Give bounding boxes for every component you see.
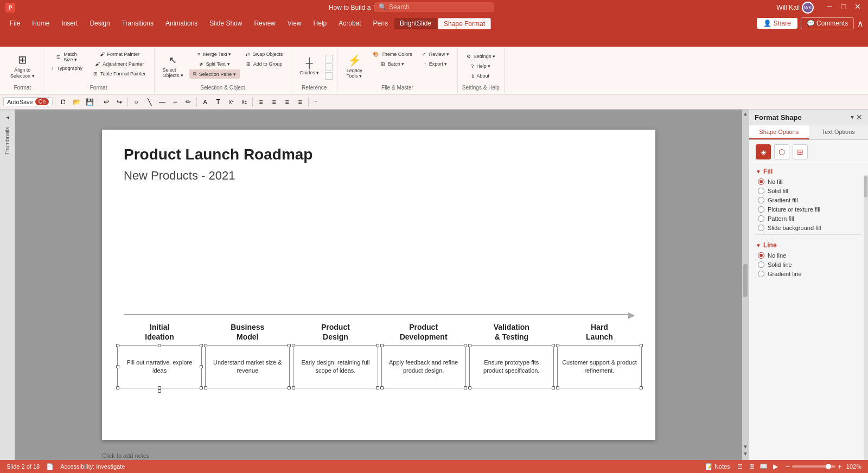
select-objects-button[interactable]: ↖ SelectObjects ▾ <box>159 50 187 82</box>
zoom-out-button[interactable]: − <box>786 462 790 471</box>
menu-view[interactable]: View <box>282 18 307 29</box>
format-panel-dropdown-button[interactable]: ▾ <box>851 113 854 122</box>
batch-button[interactable]: ⊞Batch ▾ <box>369 60 416 68</box>
line-solid-option[interactable]: Solid line <box>758 261 861 268</box>
effects-icon-button[interactable]: ⬡ <box>774 144 789 159</box>
timeline-item-4[interactable]: ProductDevelopment Apply feedback and re… <box>381 322 466 394</box>
format-panel-scrollbar-thumb[interactable] <box>864 176 867 197</box>
ref-checkbox-2[interactable] <box>325 63 333 71</box>
menu-help[interactable]: Help <box>308 18 333 29</box>
fill-icon-button[interactable]: ◈ <box>756 144 771 159</box>
normal-view-button[interactable]: ⊡ <box>735 461 745 472</box>
timeline-item-3[interactable]: ProductDesign Early design, retaining fu… <box>293 322 378 394</box>
adjustment-painter-button[interactable]: 🖌Adjustment Painter <box>90 60 150 68</box>
window-close[interactable]: ✕ <box>853 2 863 11</box>
autosave-toggle[interactable]: On <box>35 98 49 105</box>
format-painter-button[interactable]: 🖌Format Painter <box>90 50 150 59</box>
menu-animations[interactable]: Animations <box>160 18 203 29</box>
menu-home[interactable]: Home <box>27 18 55 29</box>
menu-pens[interactable]: Pens <box>368 18 393 29</box>
align-center-button[interactable]: ≡ <box>268 96 280 108</box>
menu-file[interactable]: File <box>4 18 25 29</box>
menu-shape-format[interactable]: Shape Format <box>438 18 491 29</box>
window-restore[interactable]: □ <box>839 2 848 11</box>
vscroll-thumb[interactable] <box>743 264 748 297</box>
fill-section-header[interactable]: ▼ Fill <box>756 168 861 175</box>
menu-insert[interactable]: Insert <box>56 18 83 29</box>
about-button[interactable]: ℹAbout <box>463 72 499 80</box>
legacy-tools-button[interactable]: ⚡ LegacyTools ▾ <box>342 50 367 82</box>
zoom-in-button[interactable]: + <box>838 462 842 471</box>
fill-pattern-option[interactable]: Pattern fill <box>758 215 861 222</box>
scroll-down-btn2[interactable]: ▼ <box>743 451 748 457</box>
export-button[interactable]: ↑Export ▾ <box>418 60 453 68</box>
add-to-group-button[interactable]: ⊞Add to Group <box>242 60 287 68</box>
open-button[interactable]: 📂 <box>71 96 82 108</box>
align-left-button[interactable]: ≡ <box>255 96 267 108</box>
timeline-item-1[interactable]: InitialIdeation Fill out narrative, expl… <box>117 322 202 394</box>
superscript-button[interactable]: x² <box>225 96 237 108</box>
slide-sorter-button[interactable]: ⊞ <box>746 461 757 472</box>
tab-text-options[interactable]: Text Options <box>809 125 869 139</box>
undo-button[interactable]: ↩ <box>100 96 112 108</box>
new-button[interactable]: 🗋 <box>58 96 69 108</box>
settings-button[interactable]: ⚙Settings ▾ <box>463 52 499 61</box>
line-no-line-option[interactable]: No line <box>758 252 861 259</box>
shapes-button[interactable]: ○ <box>130 96 142 108</box>
click-to-add-notes[interactable]: Click to add notes <box>102 452 149 459</box>
comments-button[interactable]: 💬 Comments <box>801 17 854 29</box>
fill-picture-texture-option[interactable]: Picture or texture fill <box>758 206 861 213</box>
menu-slideshow[interactable]: Slide Show <box>204 18 247 29</box>
arrow-button[interactable]: ╲ <box>143 96 155 108</box>
fill-no-fill-option[interactable]: No fill <box>758 178 861 185</box>
ref-checkbox-3[interactable] <box>325 72 333 80</box>
typography-button[interactable]: TTypography <box>48 64 87 73</box>
subscript-button[interactable]: x₂ <box>238 96 250 108</box>
menu-acrobat[interactable]: Acrobat <box>333 18 366 29</box>
menu-design[interactable]: Design <box>84 18 115 29</box>
swap-objects-button[interactable]: ⇄Swap Objects <box>242 50 287 59</box>
timeline-item-2[interactable]: BusinessModel Understand market size & r… <box>205 322 290 394</box>
font-button[interactable]: T <box>212 96 224 108</box>
scroll-down-btn1[interactable]: ▼ <box>743 444 748 450</box>
justify-button[interactable]: ≡ <box>294 96 306 108</box>
save-button[interactable]: 💾 <box>84 96 95 108</box>
match-size-button[interactable]: ⊡MatchSize ▾ <box>48 50 87 64</box>
format-panel-scrollbar[interactable] <box>864 175 868 460</box>
split-text-button[interactable]: ≢Split Text ▾ <box>189 60 240 68</box>
align-to-selection-button[interactable]: ⊞ Align toSelection ▾ <box>7 50 39 82</box>
fill-gradient-option[interactable]: Gradient fill <box>758 197 861 203</box>
freeform-button[interactable]: ✏ <box>182 96 194 108</box>
theme-colors-button[interactable]: 🎨Theme Colors <box>369 50 416 59</box>
tab-shape-options[interactable]: Shape Options <box>749 125 809 139</box>
help-button[interactable]: ?Help ▾ <box>463 62 499 71</box>
timeline-item-5[interactable]: Validation& Testing Ensure prototype fit… <box>469 322 554 394</box>
selection-pane-button[interactable]: ⧉Selection Pane ▾ <box>189 69 240 79</box>
timeline-item-6[interactable]: HardLaunch Customer support & product re… <box>557 322 642 394</box>
guides-button[interactable]: ┼ Guides ▾ <box>296 53 323 80</box>
slide-vscroll[interactable]: ▲ ▼ ▼ <box>742 110 749 460</box>
fill-slide-bg-option[interactable]: Slide background fill <box>758 225 861 231</box>
search-bar[interactable]: 🔍 <box>374 2 494 12</box>
menu-review[interactable]: Review <box>248 18 280 29</box>
scroll-up-button[interactable]: ▲ <box>743 111 748 117</box>
format-panel-close-button[interactable]: ✕ <box>856 113 863 122</box>
line-button[interactable]: — <box>156 96 168 108</box>
zoom-slider[interactable] <box>792 465 835 468</box>
size-properties-icon-button[interactable]: ⊞ <box>793 144 808 159</box>
menu-transitions[interactable]: Transitions <box>117 18 159 29</box>
line-gradient-option[interactable]: Gradient line <box>758 271 861 277</box>
notes-button[interactable]: 📝 Notes <box>705 463 730 470</box>
review-button[interactable]: ✓Review ▾ <box>418 50 453 59</box>
share-button[interactable]: 👤 Share <box>757 18 797 29</box>
merge-text-button[interactable]: ≡Merge Text ▾ <box>189 50 240 59</box>
thumbnails-collapse-button[interactable]: ◂ <box>2 112 13 123</box>
redo-button[interactable]: ↪ <box>113 96 125 108</box>
fill-solid-option[interactable]: Solid fill <box>758 188 861 194</box>
connector-button[interactable]: ⌐ <box>169 96 181 108</box>
table-format-painter-button[interactable]: ⊞Table Format Painter <box>90 69 150 78</box>
text-color-button[interactable]: A <box>199 96 211 108</box>
window-minimize[interactable]: ─ <box>825 2 834 11</box>
reading-view-button[interactable]: 📖 <box>758 461 769 472</box>
slideshow-view-button[interactable]: ▶ <box>770 461 781 472</box>
